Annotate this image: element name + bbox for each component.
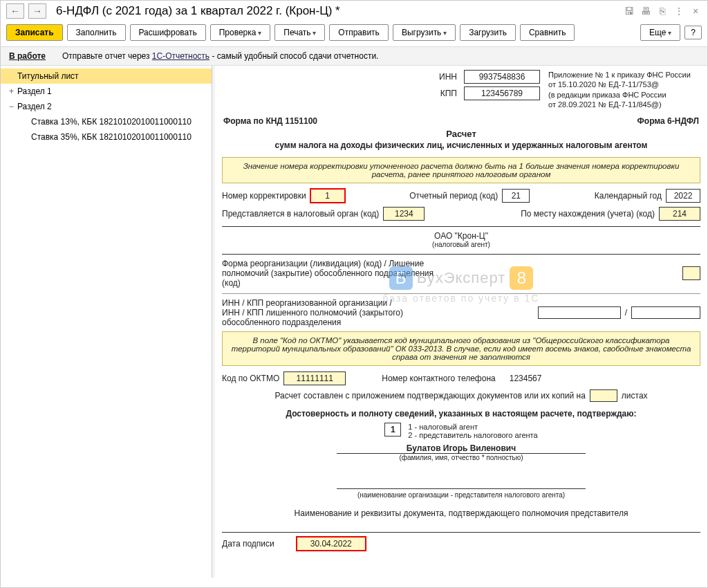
confirm-label: Достоверность и полноту сведений, указан… xyxy=(222,409,700,419)
reorg-label: Форма реорганизации (ликвидация) (код) /… xyxy=(222,259,443,288)
tree-title-page[interactable]: Титульный лист xyxy=(1,68,212,84)
form-title: Расчет xyxy=(222,129,700,139)
tree-section1[interactable]: +Раздел 1 xyxy=(1,84,212,99)
pages-field[interactable] xyxy=(590,389,617,402)
more-button[interactable]: Еще xyxy=(640,24,680,41)
send-button[interactable]: Отправить xyxy=(329,24,389,41)
oktmo-label: Код по ОКТМО xyxy=(222,374,279,383)
export-button[interactable]: Выгрузить xyxy=(393,24,456,41)
knd-label: Форма по КНД 1151100 xyxy=(223,116,317,126)
signer-code[interactable]: 1 xyxy=(384,423,401,437)
phone-label: Номер контактного телефона xyxy=(382,374,495,383)
tip-1c-link[interactable]: 1С-Отчетность xyxy=(152,51,209,61)
year-label: Календарный год xyxy=(595,191,662,201)
date-field[interactable]: 30.04.2022 xyxy=(297,537,366,551)
org-sub: (налоговый агент) xyxy=(222,241,700,248)
signer-fio[interactable]: Булатов Игорь Виленович xyxy=(337,443,586,454)
doc-label: Наименование и реквизиты документа, подт… xyxy=(222,508,700,518)
phone-field[interactable]: 1234567 xyxy=(510,374,542,383)
tree-rate13[interactable]: Ставка 13%, КБК 18210102010011000110 xyxy=(1,114,212,129)
oktmo-field[interactable]: 11111111 xyxy=(283,371,346,385)
tip-text: Отправьте отчет через 1С-Отчетность - са… xyxy=(62,51,378,61)
note-oktmo: В поле "Код по ОКТМО" указывается код му… xyxy=(222,331,700,366)
loc-label: По месту нахождения (учета) (код) xyxy=(521,209,655,219)
check-button[interactable]: Проверка xyxy=(210,24,271,41)
corr-label: Номер корректировки xyxy=(222,191,306,201)
write-button[interactable]: Записать xyxy=(6,24,63,41)
inn-value[interactable]: 9937548836 xyxy=(464,70,540,84)
close-icon[interactable]: × xyxy=(689,5,702,17)
period-field[interactable]: 21 xyxy=(502,189,530,203)
print-button[interactable]: Печать xyxy=(274,24,325,41)
nav-fwd[interactable]: → xyxy=(28,3,46,19)
appendix-note: Приложение № 1 к приказу ФНС Россииот 15… xyxy=(548,70,700,109)
menu-icon[interactable]: ⋮ xyxy=(673,5,685,17)
corr-field[interactable]: 1 xyxy=(310,189,345,203)
status-link[interactable]: В работе xyxy=(9,51,46,61)
help-button[interactable]: ? xyxy=(684,26,702,39)
tree-rate35[interactable]: Ставка 35%, КБК 18210102010011000110 xyxy=(1,129,212,145)
import-button[interactable]: Загрузить xyxy=(460,24,516,41)
reorg-field[interactable] xyxy=(682,266,700,280)
kpp-label: КПП xyxy=(440,89,457,98)
decode-button[interactable]: Расшифровать xyxy=(130,24,206,41)
window-title: 6-НДФЛ (с 2021 года) за 1 квартал 2022 г… xyxy=(56,4,619,18)
reorg-kpp-field[interactable] xyxy=(631,306,700,319)
form-subtitle: сумм налога на доходы физических лиц, ис… xyxy=(222,140,700,150)
rep-org-field[interactable] xyxy=(337,478,586,489)
org-name: ОАО "Крон-Ц" xyxy=(222,231,700,241)
compare-button[interactable]: Сравнить xyxy=(520,24,575,41)
nav-tree: Титульный лист +Раздел 1 −Раздел 2 Ставк… xyxy=(1,66,212,578)
kpp-value[interactable]: 123456789 xyxy=(464,86,540,100)
signer-options: 1 - налоговый агент2 - представитель нал… xyxy=(408,423,537,439)
fio-sub: (фамилия, имя, отчество * полностью) xyxy=(222,454,700,461)
tree-section2[interactable]: −Раздел 2 xyxy=(1,99,212,114)
form6-label: Форма 6-НДФЛ xyxy=(637,116,699,126)
period-label: Отчетный период (код) xyxy=(409,191,498,201)
innkpp-label: ИНН / КПП реорганизованной организации /… xyxy=(222,298,457,327)
fill-button[interactable]: Заполнить xyxy=(67,24,126,41)
rep-org-sub: (наименование организации - представител… xyxy=(222,491,700,499)
taxorg-label: Представляется в налоговый орган (код) xyxy=(222,209,379,219)
pages-pre: Расчет составлен с приложением подтвержд… xyxy=(274,391,585,401)
nav-back[interactable]: ← xyxy=(6,3,24,19)
date-label: Дата подписи xyxy=(222,539,274,549)
year-field[interactable]: 2022 xyxy=(666,189,700,203)
link-icon[interactable]: ⎘ xyxy=(656,5,669,17)
reorg-inn-field[interactable] xyxy=(538,306,621,319)
loc-field[interactable]: 214 xyxy=(659,207,700,221)
inn-label: ИНН xyxy=(439,72,457,82)
pages-post: листах xyxy=(622,391,648,401)
print-icon[interactable]: 🖶 xyxy=(640,5,652,17)
save-icon[interactable]: 🖫 xyxy=(623,5,635,17)
taxorg-field[interactable]: 1234 xyxy=(383,207,425,221)
note-correction: Значение номера корректировки уточненног… xyxy=(222,157,700,183)
form-panel: ББухЭксперт8 база ответов по учету в 1С … xyxy=(212,66,707,578)
